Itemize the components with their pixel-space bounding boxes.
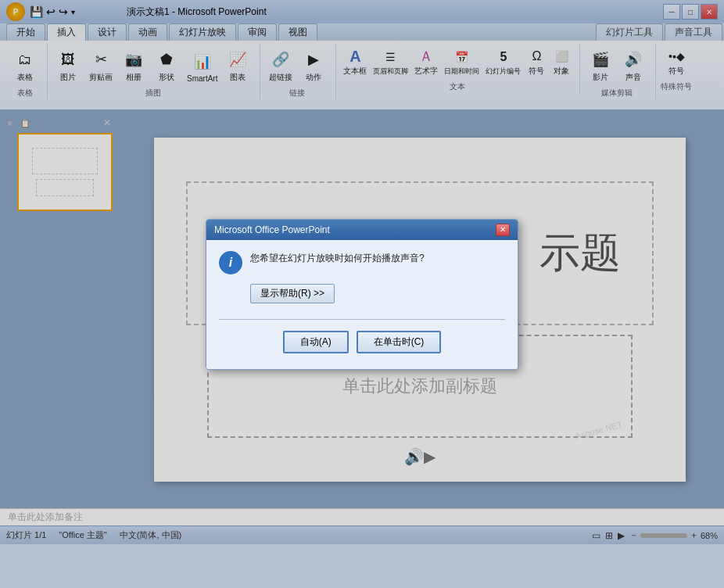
dialog-help-button[interactable]: 显示帮助(R) >> — [250, 284, 335, 303]
dialog: Microsoft Office PowerPoint ✕ i 您希望在幻灯片放… — [206, 219, 518, 370]
dialog-body: i 您希望在幻灯片放映时如何开始播放声音? 显示帮助(R) >> 自动(A) 在… — [206, 240, 518, 369]
dialog-separator — [219, 319, 505, 320]
dialog-auto-button[interactable]: 自动(A) — [283, 331, 349, 353]
dialog-info-icon: i — [219, 251, 242, 274]
dialog-click-button[interactable]: 在单击时(C) — [357, 331, 442, 353]
dialog-message: 您希望在幻灯片放映时如何开始播放声音? — [250, 251, 425, 266]
dialog-overlay: Microsoft Office PowerPoint ✕ i 您希望在幻灯片放… — [0, 0, 724, 588]
dialog-info-row: i 您希望在幻灯片放映时如何开始播放声音? — [219, 251, 505, 274]
dialog-close-button[interactable]: ✕ — [496, 224, 510, 236]
dialog-buttons: 自动(A) 在单击时(C) — [219, 326, 505, 358]
dialog-title-bar: Microsoft Office PowerPoint ✕ — [206, 220, 518, 240]
dialog-title-text: Microsoft Office PowerPoint — [214, 224, 330, 235]
